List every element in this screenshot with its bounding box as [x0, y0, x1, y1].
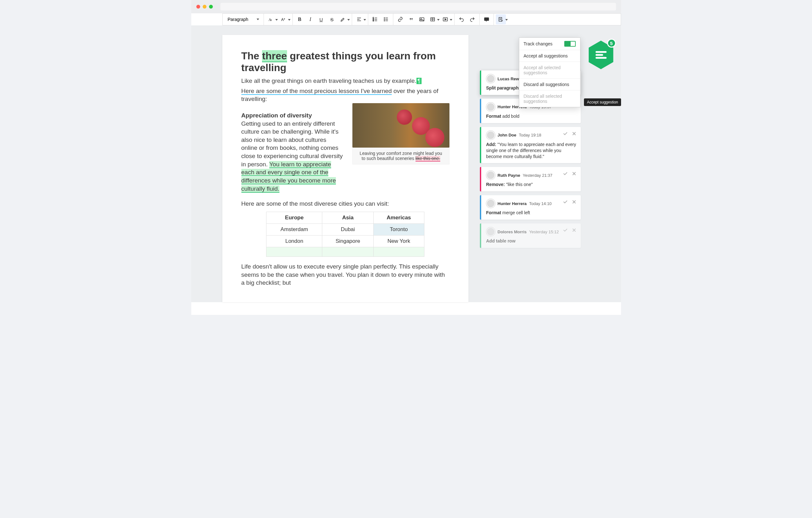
suggestion-body: Remove: "like this one" — [486, 182, 576, 188]
suggestion-time: Yesterday 15:12 — [529, 229, 558, 234]
suggestion-card[interactable]: Ruth PayneYesterday 21:37Remove: "like t… — [480, 167, 581, 191]
table-header: Asia — [322, 212, 373, 223]
italic-button[interactable]: I — [306, 14, 316, 24]
title-insertion: three — [262, 50, 287, 62]
font-family-button[interactable]: AI — [266, 14, 276, 24]
suggestion-body: Format merge cell left — [486, 210, 576, 216]
svg-point-9 — [384, 21, 384, 21]
toggle-on-icon[interactable] — [564, 41, 576, 47]
document-page[interactable]: The three greatest things you learn from… — [222, 35, 468, 302]
suggestion-card[interactable]: Hunter HerreraToday 14:10Format merge ce… — [480, 195, 581, 220]
window-minimize-button[interactable] — [203, 5, 206, 8]
heading-select[interactable]: Paragraph — [225, 14, 262, 24]
svg-text:I: I — [271, 19, 272, 22]
svg-text:3: 3 — [373, 20, 374, 22]
address-bar[interactable] — [221, 3, 616, 10]
user-avatar — [486, 74, 495, 83]
blockquote-button[interactable] — [406, 14, 416, 24]
accept-suggestion-tooltip: Accept suggestion — [584, 99, 621, 106]
notifications-count: 5 — [607, 39, 616, 48]
svg-point-8 — [384, 19, 384, 20]
browser-window: 5 Paragraph AI A▾ B I U S — [191, 0, 621, 315]
doc-lead: Like all the great things on earth trave… — [241, 77, 450, 85]
editor-area: The three greatest things you learn from… — [191, 25, 621, 302]
user-avatar — [486, 171, 495, 180]
reject-suggestion-button[interactable] — [571, 227, 578, 234]
accept-suggestion-button[interactable] — [562, 227, 569, 234]
highlight-button[interactable] — [338, 14, 348, 24]
strikethrough-button[interactable]: S — [327, 14, 337, 24]
window-close-button[interactable] — [196, 5, 200, 8]
table-header: Europe — [266, 212, 322, 223]
suggestion-body: Add: "You learn to appreciate each and e… — [486, 141, 576, 160]
doc-paragraph: Here are some of the most precious lesso… — [241, 87, 450, 103]
suggestion-body: Add table row — [486, 238, 576, 244]
accept-suggestion-button[interactable] — [562, 170, 569, 177]
table-button[interactable] — [428, 14, 438, 24]
svg-point-7 — [384, 18, 384, 19]
reject-suggestion-button[interactable] — [571, 198, 578, 206]
window-maximize-button[interactable] — [209, 5, 213, 8]
dd-accept-all[interactable]: Accept all suggestions — [519, 50, 580, 62]
doc-subheading: Appreciation of diversity — [241, 111, 343, 120]
underline-button[interactable]: U — [316, 14, 326, 24]
font-size-button[interactable]: A▾ — [279, 14, 289, 24]
suggestion-card[interactable]: Dolores MorrisYesterday 15:12Add table r… — [480, 223, 581, 248]
dd-discard-all[interactable]: Discard all suggestions — [519, 79, 580, 90]
doc-image[interactable] — [352, 103, 449, 147]
suggestion-author: Dolores Morris — [498, 229, 527, 234]
suggestion-time: Today 14:10 — [529, 201, 552, 206]
notifications-badge[interactable]: 5 — [589, 40, 613, 69]
doc-faded-paragraph: Life doesn't allow us to execute every s… — [241, 263, 450, 287]
window-titlebar — [191, 0, 621, 13]
app-content: 5 Paragraph AI A▾ B I U S — [191, 13, 621, 315]
suggestion-author: John Doe — [498, 133, 516, 137]
align-button[interactable] — [354, 14, 364, 24]
table-header: Americas — [373, 212, 424, 223]
user-avatar — [486, 199, 495, 208]
deletion-span: like this one. — [415, 156, 440, 162]
user-avatar — [486, 227, 495, 236]
comment-button[interactable] — [482, 14, 492, 24]
dd-track-changes-toggle[interactable]: Track changes — [519, 38, 580, 50]
image-button[interactable] — [417, 14, 427, 24]
suggestion-body: Format add bold — [486, 113, 576, 119]
reject-suggestion-button[interactable] — [571, 170, 578, 177]
cities-table[interactable]: Europe Asia Americas Amsterdam Dubai Tor… — [266, 212, 425, 257]
bold-button[interactable]: B — [295, 14, 305, 24]
title-text: The — [241, 50, 262, 61]
image-decoration — [425, 128, 444, 147]
svg-text:A: A — [281, 18, 284, 22]
dd-accept-selected: Accept all selected suggestions — [519, 62, 580, 79]
suggestion-card[interactable]: John DoeToday 19:18Add: "You learn to ap… — [480, 127, 581, 163]
doc-body-paragraph: Getting used to an entirely different cu… — [241, 120, 343, 193]
accept-suggestion-button[interactable] — [562, 198, 569, 206]
doc-paragraph: Here are some of the most diverese citie… — [241, 200, 450, 208]
numbered-list-button[interactable]: 123 — [370, 14, 380, 24]
track-changes-button[interactable] — [496, 14, 506, 24]
media-button[interactable] — [440, 14, 451, 24]
bullet-list-button[interactable] — [381, 14, 391, 24]
reject-suggestion-button[interactable] — [571, 130, 578, 137]
doc-title: The three greatest things you learn from… — [241, 50, 450, 74]
image-decoration — [397, 109, 412, 125]
image-caption: Leaving your comfort zone might lead you… — [352, 147, 449, 164]
pilcrow-marker-icon: ¶ — [416, 78, 422, 84]
table-row: London Singapore New York — [266, 235, 425, 247]
suggestion-time: Yesterday 21:37 — [523, 173, 552, 178]
dd-discard-selected: Discard all selected suggestions — [519, 90, 580, 107]
track-changes-dropdown-caret-icon[interactable] — [505, 19, 508, 21]
user-avatar — [486, 103, 495, 111]
svg-text:▾: ▾ — [284, 18, 285, 20]
undo-button[interactable] — [457, 14, 467, 24]
suggestion-time: Today 19:18 — [519, 133, 542, 137]
accept-suggestion-button[interactable] — [562, 130, 569, 137]
redo-button[interactable] — [467, 14, 477, 24]
table-row: Amsterdam Dubai Toronto — [266, 223, 425, 235]
format-change-span: Here are some of the most precious lesso… — [241, 88, 392, 95]
user-avatar — [486, 131, 495, 140]
added-table-row — [266, 247, 425, 256]
suggestion-author: Hunter Herrera — [498, 201, 527, 206]
link-button[interactable] — [395, 14, 405, 24]
editor-toolbar: Paragraph AI A▾ B I U S 123 — [222, 13, 621, 25]
